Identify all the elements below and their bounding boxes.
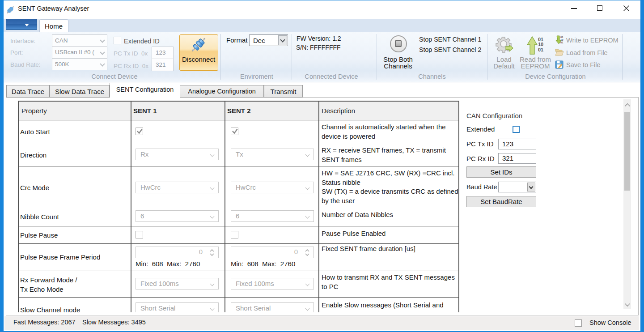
svg-text:10: 10 <box>538 42 543 47</box>
svg-text:01: 01 <box>538 37 543 42</box>
svg-text:01: 01 <box>538 47 543 52</box>
svg-text:01: 01 <box>560 41 564 44</box>
